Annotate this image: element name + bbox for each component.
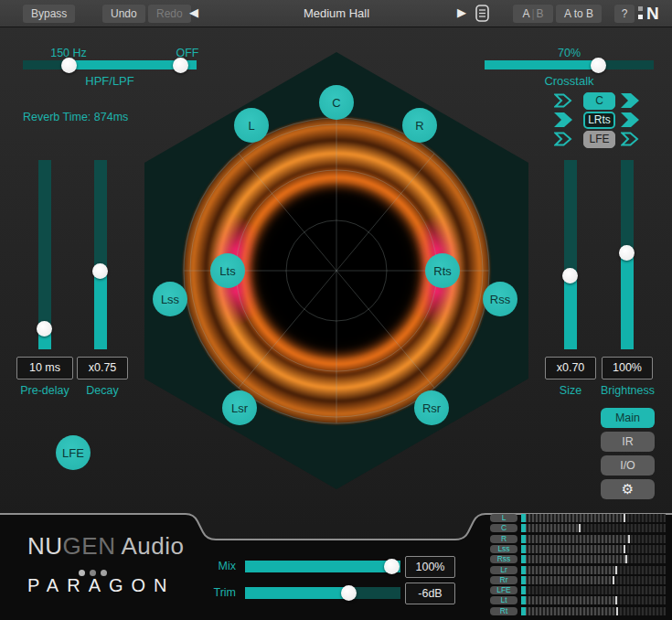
meter-channel-label: Lss bbox=[490, 545, 517, 553]
route-out-lrts-chevron-icon[interactable] bbox=[621, 112, 639, 127]
a-to-b-button[interactable]: A to B bbox=[556, 5, 602, 23]
pre-delay-value[interactable]: 10 ms bbox=[16, 357, 73, 379]
node-label: Lts bbox=[219, 264, 235, 278]
meter-peak-marker bbox=[625, 555, 627, 563]
trim-value[interactable]: -6dB bbox=[405, 583, 455, 604]
trim-handle[interactable] bbox=[341, 585, 357, 601]
paragon-plugin-window: C L R Lts Rts Lss Rss Lsr Rsr LFE Bypass… bbox=[0, 0, 672, 620]
node-label: LFE bbox=[62, 446, 84, 460]
routing-button-lrts[interactable]: LRts bbox=[583, 112, 615, 129]
meter-bar bbox=[521, 596, 666, 604]
preset-name[interactable]: Medium Hall bbox=[263, 0, 410, 27]
pre-delay-handle[interactable] bbox=[37, 321, 52, 337]
crosstalk-slider[interactable] bbox=[485, 60, 654, 69]
meter-panel: LCRLssRssLrRrLFELtRt bbox=[485, 514, 672, 620]
mix-handle[interactable] bbox=[384, 559, 400, 574]
meter-row: Lt bbox=[485, 596, 672, 605]
size-slider[interactable] bbox=[564, 160, 577, 349]
meter-row: LFE bbox=[485, 586, 672, 595]
meter-row: C bbox=[485, 524, 672, 533]
meter-peak-marker bbox=[624, 545, 625, 553]
mix-slider[interactable] bbox=[245, 561, 400, 572]
meter-level-fill bbox=[521, 524, 526, 532]
hpf-lpf-slider[interactable] bbox=[23, 60, 197, 69]
meter-channel-label: Rss bbox=[490, 555, 517, 563]
settings-button[interactable]: ⚙ bbox=[601, 479, 655, 499]
channel-node-rss[interactable]: Rss bbox=[483, 282, 517, 316]
channel-node-l[interactable]: L bbox=[234, 108, 269, 143]
node-label: Rts bbox=[433, 264, 452, 278]
channel-node-rts[interactable]: Rts bbox=[425, 253, 460, 288]
channel-node-lsr[interactable]: Lsr bbox=[222, 390, 257, 425]
mix-value[interactable]: 100% bbox=[405, 556, 455, 578]
crosstalk-handle[interactable] bbox=[591, 58, 606, 73]
meter-level-fill bbox=[521, 576, 526, 584]
meter-channel-label: LFE bbox=[490, 586, 517, 594]
brightness-label: Brightness bbox=[589, 384, 667, 397]
meter-row: Rt bbox=[485, 607, 672, 616]
meter-bar bbox=[521, 607, 666, 615]
channel-node-lss[interactable]: Lss bbox=[153, 282, 187, 316]
meter-channel-label: L bbox=[490, 514, 517, 522]
node-label: Lsr bbox=[231, 401, 248, 415]
hpf-lpf-label: HPF/LPF bbox=[23, 74, 197, 88]
decay-handle[interactable] bbox=[92, 263, 108, 279]
decay-value[interactable]: x0.75 bbox=[77, 357, 128, 379]
meter-bar bbox=[521, 576, 666, 584]
node-label: Rss bbox=[490, 293, 510, 306]
channel-node-lts[interactable]: Lts bbox=[210, 253, 245, 288]
trim-slider[interactable] bbox=[245, 587, 400, 599]
node-label: L bbox=[248, 119, 254, 133]
routing-button-lfe[interactable]: LFE bbox=[583, 131, 615, 148]
size-value[interactable]: x0.70 bbox=[545, 357, 596, 379]
meter-channel-label: Rr bbox=[490, 576, 517, 584]
help-button[interactable]: ? bbox=[614, 5, 635, 23]
preset-list-icon[interactable] bbox=[475, 5, 490, 23]
meter-bar bbox=[521, 535, 666, 543]
route-out-lfe-chevron-icon[interactable] bbox=[621, 132, 639, 146]
node-label: Lss bbox=[161, 293, 179, 306]
channel-node-rsr[interactable]: Rsr bbox=[414, 390, 449, 425]
routing-button-c[interactable]: C bbox=[583, 92, 615, 110]
channel-node-r[interactable]: R bbox=[402, 108, 437, 143]
route-in-c-chevron-icon[interactable] bbox=[554, 93, 572, 108]
channel-node-lfe[interactable]: LFE bbox=[56, 435, 91, 470]
meter-channel-label: Lt bbox=[490, 596, 517, 604]
ab-compare-button[interactable]: A|B bbox=[513, 5, 553, 23]
meter-bar bbox=[521, 566, 666, 574]
tab-io[interactable]: I/O bbox=[601, 455, 655, 476]
meter-level-fill bbox=[521, 596, 526, 604]
meter-channel-label: Lr bbox=[490, 566, 517, 574]
size-handle[interactable] bbox=[562, 268, 578, 283]
meter-level-fill bbox=[521, 586, 526, 594]
nugen-logo-letter: N bbox=[646, 4, 659, 24]
brightness-handle[interactable] bbox=[619, 245, 635, 261]
hpf-handle[interactable] bbox=[61, 58, 77, 73]
bypass-button[interactable]: Bypass bbox=[23, 5, 75, 23]
title-bar: Bypass Undo Redo ◀ Medium Hall ▶ A|B A t… bbox=[0, 0, 672, 27]
route-in-lfe-chevron-icon[interactable] bbox=[554, 132, 572, 146]
meter-row: L bbox=[485, 514, 672, 523]
undo-button[interactable]: Undo bbox=[102, 5, 145, 23]
meter-bar bbox=[521, 555, 666, 563]
meter-bar bbox=[521, 545, 666, 553]
redo-button[interactable]: Redo bbox=[148, 5, 191, 23]
meter-row: Lss bbox=[485, 545, 672, 554]
route-in-lrts-chevron-icon[interactable] bbox=[554, 112, 572, 127]
previous-preset-icon[interactable]: ◀ bbox=[189, 5, 198, 19]
decay-slider[interactable] bbox=[94, 160, 107, 349]
meter-level-fill bbox=[521, 566, 526, 574]
meter-peak-marker bbox=[615, 566, 617, 574]
meter-peak-marker bbox=[615, 596, 617, 604]
route-out-c-chevron-icon[interactable] bbox=[621, 93, 639, 108]
tab-ir[interactable]: IR bbox=[601, 432, 655, 452]
next-preset-icon[interactable]: ▶ bbox=[457, 5, 466, 19]
meter-bar bbox=[521, 524, 666, 532]
tab-main[interactable]: Main bbox=[601, 408, 655, 428]
node-label: Rsr bbox=[422, 401, 441, 415]
lpf-handle[interactable] bbox=[173, 58, 188, 73]
channel-node-c[interactable]: C bbox=[319, 85, 354, 120]
gear-icon: ⚙ bbox=[622, 481, 634, 497]
brightness-value[interactable]: 100% bbox=[602, 357, 653, 379]
meter-peak-marker bbox=[613, 576, 614, 584]
